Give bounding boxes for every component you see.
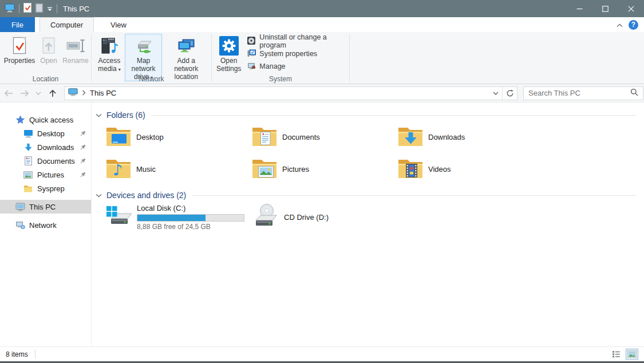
qat-properties-icon[interactable] — [23, 3, 31, 14]
address-dropdown-icon[interactable] — [488, 87, 502, 100]
titlebar: This PC — [0, 0, 644, 17]
ribbon-group-location: Properties Open Rename Location — [0, 32, 91, 84]
address-bar[interactable]: This PC — [64, 86, 517, 100]
sidebar-item-network[interactable]: Network — [0, 218, 91, 232]
refresh-icon[interactable] — [502, 87, 517, 100]
documents-icon — [23, 156, 33, 165]
manage-button[interactable]: Manage — [246, 60, 348, 73]
videos-folder-icon — [397, 157, 424, 182]
address-toolbar: This PC — [0, 84, 644, 102]
disk-usage-bar — [137, 214, 244, 222]
system-properties-button[interactable]: System properties — [246, 48, 348, 60]
add-network-location-button[interactable]: Add a network location — [162, 34, 210, 81]
open-settings-button[interactable]: Open Settings — [214, 34, 243, 73]
ribbon-group-system: Open Settings Uninstall or change a prog… — [212, 32, 349, 84]
sidebar-item-pictures[interactable]: Pictures — [0, 168, 91, 182]
pin-icon — [80, 157, 86, 166]
access-media-icon — [100, 36, 119, 56]
collapse-chevron-icon — [96, 194, 102, 198]
ribbon-separator — [349, 34, 350, 82]
back-button[interactable] — [0, 89, 17, 97]
group-rule — [192, 195, 636, 196]
music-folder-icon: ♪ — [105, 157, 132, 182]
cd-drive-icon — [251, 203, 279, 231]
this-pc-icon — [68, 88, 78, 98]
folder-tile-documents[interactable]: Documents — [251, 124, 397, 151]
group-rule — [151, 115, 636, 116]
tab-computer[interactable]: Computer — [39, 17, 94, 32]
settings-gear-icon — [219, 36, 239, 56]
recent-locations-icon[interactable] — [32, 92, 45, 95]
navigation-pane: Quick access Desktop Downloads — [0, 102, 92, 346]
sidebar-item-documents[interactable]: Documents — [0, 154, 91, 168]
sidebar-item-quick-access[interactable]: Quick access — [0, 113, 91, 127]
tab-file[interactable]: File — [0, 17, 35, 32]
maximize-button[interactable] — [592, 0, 618, 17]
downloads-folder-icon — [397, 125, 424, 149]
qat-new-folder-icon[interactable] — [35, 3, 43, 14]
documents-folder-icon — [251, 125, 278, 149]
statusbar-separator — [35, 350, 35, 358]
uninstall-program-button[interactable]: Uninstall or change a program — [246, 35, 348, 48]
folder-icon — [23, 184, 33, 193]
folder-tile-pictures[interactable]: Pictures — [251, 156, 397, 183]
minimize-button[interactable] — [567, 0, 592, 17]
search-icon[interactable] — [630, 88, 638, 98]
local-disk-icon — [105, 203, 133, 231]
titlebar-separator — [19, 4, 19, 13]
details-view-icon[interactable] — [610, 349, 622, 360]
map-network-drive-icon — [134, 36, 153, 56]
breadcrumb-chevron-icon[interactable] — [82, 89, 86, 97]
access-media-button[interactable]: Access media▾ — [94, 34, 125, 73]
sidebar-item-sysprep[interactable]: Sysprep — [0, 182, 91, 195]
group-header-devices[interactable]: Devices and drives (2) — [96, 190, 639, 201]
forward-button[interactable] — [17, 89, 32, 97]
file-list-pane: Folders (6) Desktop Documents — [92, 102, 644, 346]
pin-icon — [80, 144, 86, 152]
pictures-icon — [23, 170, 33, 179]
folder-tile-downloads[interactable]: Downloads — [397, 124, 543, 151]
system-properties-icon — [247, 49, 256, 60]
add-network-location-icon — [176, 36, 196, 56]
pictures-folder-icon — [251, 157, 278, 182]
tab-view[interactable]: View — [100, 17, 137, 32]
qat-customize-caret-icon[interactable] — [47, 5, 53, 13]
search-box — [523, 86, 643, 100]
titlebar-separator — [57, 4, 57, 13]
desktop-folder-icon — [105, 125, 132, 149]
folder-tile-desktop[interactable]: Desktop — [105, 124, 251, 151]
rename-icon — [66, 36, 85, 56]
window-title: This PC — [63, 5, 89, 13]
group-label-network: Network — [92, 75, 211, 83]
folder-tile-music[interactable]: ♪ Music — [105, 156, 251, 183]
pin-icon — [80, 171, 86, 180]
open-button[interactable]: Open — [37, 34, 61, 65]
sidebar-item-desktop[interactable]: Desktop — [0, 127, 91, 140]
collapse-ribbon-icon[interactable] — [617, 21, 623, 29]
close-button[interactable] — [618, 0, 644, 17]
map-network-drive-button[interactable]: Map network drive▾ — [125, 34, 163, 81]
help-icon[interactable]: ? — [629, 20, 638, 30]
rename-button[interactable]: Rename — [61, 34, 90, 65]
drive-tile-local-disk[interactable]: Local Disk (C:) 8,88 GB free of 24,5 GB — [105, 203, 251, 231]
ribbon: Properties Open Rename Location — [0, 32, 644, 84]
uninstall-icon — [247, 36, 256, 47]
group-label-system: System — [212, 75, 349, 83]
dropdown-caret: ▾ — [118, 67, 121, 72]
folder-tile-videos[interactable]: Videos — [397, 156, 543, 183]
app-icon — [5, 3, 15, 14]
manage-icon — [247, 61, 256, 72]
drive-free-space: 8,88 GB free of 24,5 GB — [137, 223, 244, 231]
downloads-icon — [23, 143, 33, 152]
large-icons-view-icon[interactable] — [626, 349, 638, 360]
search-input[interactable] — [528, 89, 630, 97]
up-button[interactable] — [45, 89, 61, 98]
network-icon — [15, 220, 25, 230]
drive-label: CD Drive (D:) — [284, 213, 329, 222]
properties-button[interactable]: Properties — [2, 34, 37, 65]
sidebar-item-downloads[interactable]: Downloads — [0, 140, 91, 154]
drive-tile-cd[interactable]: CD Drive (D:) — [251, 203, 397, 231]
breadcrumb[interactable]: This PC — [90, 89, 116, 97]
sidebar-item-this-pc[interactable]: This PC — [0, 200, 91, 214]
group-header-folders[interactable]: Folders (6) — [96, 109, 639, 121]
